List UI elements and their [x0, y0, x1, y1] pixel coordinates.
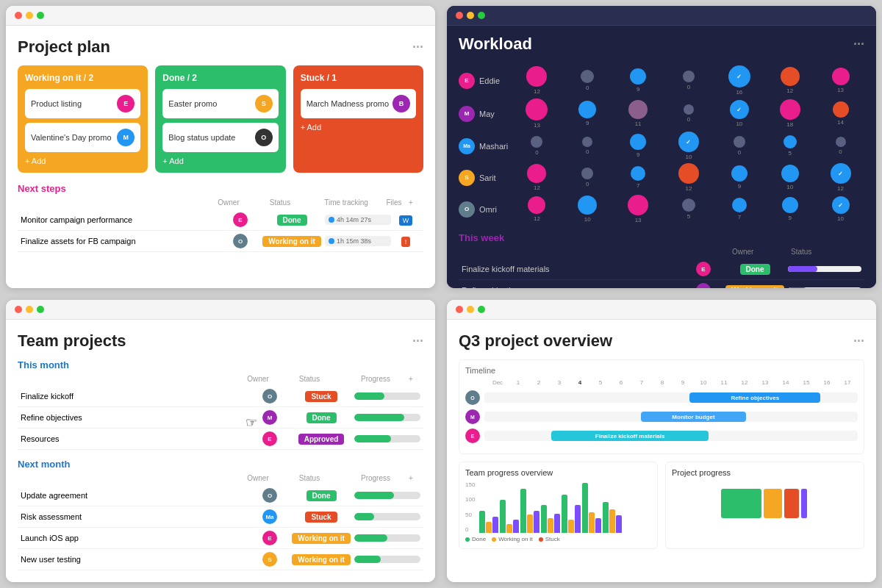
task-status: Done [722, 265, 788, 273]
wl-dot-cell: 0 [564, 168, 612, 187]
kanban-add-stuck[interactable]: + Add [301, 123, 416, 132]
task-row[interactable]: Launch iOS app E Working on it [18, 528, 423, 549]
col-plus[interactable]: + [409, 375, 423, 383]
bar-purple [554, 514, 560, 533]
wl-dot: ✓ [728, 65, 750, 87]
kanban-card[interactable]: Valentine's Day promo M [25, 123, 140, 152]
task-name: Refine objectives [462, 286, 685, 288]
bar-purple [513, 520, 519, 533]
task-name: Finalize assets for FB campaign [21, 237, 222, 245]
task-status: Done [288, 491, 354, 500]
wl-task-row[interactable]: Finalize kickoff materials E Done [459, 259, 864, 280]
maximize-button[interactable] [478, 12, 485, 19]
avatar: O [262, 488, 277, 503]
task-row[interactable]: Finalize assets for FB campaign O Workin… [18, 231, 423, 252]
team-projects-window: Team projects ··· This month Owner Statu… [6, 300, 435, 582]
col-plus-header[interactable]: + [409, 198, 423, 207]
col-status-header: Status [247, 198, 313, 207]
q3-overview-content: Q3 project overview ··· Timeline Dec 1 2… [447, 320, 876, 582]
kanban-card[interactable]: Easter promo S [162, 89, 278, 118]
wl-num: 10 [736, 121, 742, 127]
wl-dot [628, 195, 648, 215]
bar-group-4 [541, 505, 560, 533]
task-row[interactable]: Finalize kickoff O Stuck [18, 386, 423, 407]
project-progress-title: Project progress [672, 468, 858, 477]
workload-window: Workload ··· E Eddie 12 [447, 6, 876, 288]
close-button[interactable] [15, 12, 22, 19]
close-button[interactable] [15, 306, 22, 313]
q3-menu[interactable]: ··· [853, 334, 864, 349]
minimize-button[interactable] [467, 12, 474, 19]
wl-dot [734, 136, 745, 148]
kanban-add-working[interactable]: + Add [25, 157, 140, 165]
wl-task-row[interactable]: Refine objectives M Working on it [459, 280, 864, 288]
task-name: Risk assessment [21, 512, 251, 521]
gantt-track: Refine objectives [484, 392, 858, 403]
bar-group-2 [500, 500, 519, 533]
wl-dot-cell: 0 [513, 136, 561, 156]
task-progress [354, 534, 420, 542]
minimize-button[interactable] [467, 306, 474, 313]
wl-dot [780, 99, 800, 120]
timeline-label: Timeline [465, 366, 858, 375]
project-plan-menu[interactable]: ··· [412, 40, 423, 55]
minimize-button[interactable] [26, 306, 33, 313]
workload-menu[interactable]: ··· [853, 37, 864, 52]
this-month-title: This month [18, 359, 423, 370]
avatar: M [262, 410, 277, 425]
workload-content: Workload ··· E Eddie 12 [447, 26, 876, 288]
wl-dot-cell: 14 [817, 101, 864, 126]
time-dot [329, 217, 334, 223]
gantt-col-16: 16 [817, 379, 837, 386]
close-button[interactable] [456, 306, 463, 313]
gantt-col-2: 2 [528, 379, 549, 386]
col-time-header: Time tracking [313, 198, 379, 207]
avatar: S [262, 552, 277, 567]
kanban-col-done: Done / 2 Easter promo S Blog status upda… [155, 65, 285, 173]
maximize-button[interactable] [37, 12, 44, 19]
close-button[interactable] [456, 12, 463, 19]
status-badge: Working on it [262, 236, 321, 247]
task-row[interactable]: Refine objectives M Done ☞ [18, 407, 423, 429]
wl-num: 9 [788, 215, 791, 221]
gantt-row: M Monitor budget [465, 409, 858, 424]
kanban-card[interactable]: March Madness promo B [301, 89, 416, 118]
maximize-button[interactable] [478, 306, 485, 313]
bar-chart: 150 100 50 0 [465, 481, 651, 533]
kanban-card[interactable]: Product listing E [25, 89, 140, 118]
wl-dot [732, 198, 747, 212]
progress-bar-container [354, 556, 420, 563]
task-progress [354, 556, 420, 563]
task-owner: S [251, 552, 288, 567]
project-progress-visual [672, 481, 858, 526]
maximize-button[interactable] [37, 306, 44, 313]
project-plan-title-row: Project plan ··· [18, 37, 423, 57]
task-row[interactable]: Risk assessment Ma Stuck [18, 506, 423, 528]
kanban-add-done[interactable]: + Add [162, 157, 278, 165]
task-owner: Ma [251, 509, 288, 524]
kanban-card[interactable]: Blog status update O [162, 123, 278, 152]
task-row[interactable]: New user testing S Working on it [18, 549, 423, 570]
wl-dot-cell: 0 [665, 104, 713, 123]
wl-person-mashari: Ma Mashari [459, 138, 510, 154]
wl-dot-cell: 0 [564, 70, 612, 91]
card-text: Product listing [31, 99, 82, 108]
task-row[interactable]: Resources E Approved [18, 429, 423, 450]
window-header-3 [6, 300, 435, 320]
wl-num: 5 [788, 150, 791, 157]
task-status: Working on it [722, 286, 788, 288]
status-badge: Stuck [305, 391, 337, 402]
team-projects-menu[interactable]: ··· [412, 334, 423, 349]
traffic-lights-4 [456, 306, 485, 313]
col-plus[interactable]: + [409, 474, 423, 482]
timeline-track [788, 287, 861, 288]
minimize-button[interactable] [26, 12, 33, 19]
status-badge: Working on it [292, 554, 351, 565]
progress-bar-fill [354, 435, 391, 442]
gantt-bar-monitor: Monitor budget [641, 412, 745, 422]
wl-num: 13 [635, 217, 642, 223]
progress-bar-container [354, 414, 420, 421]
task-row[interactable]: Update agreement O Done [18, 485, 423, 506]
avatar: E [696, 262, 711, 276]
task-row[interactable]: Monitor campaign performance E Done 4h 1… [18, 209, 423, 231]
